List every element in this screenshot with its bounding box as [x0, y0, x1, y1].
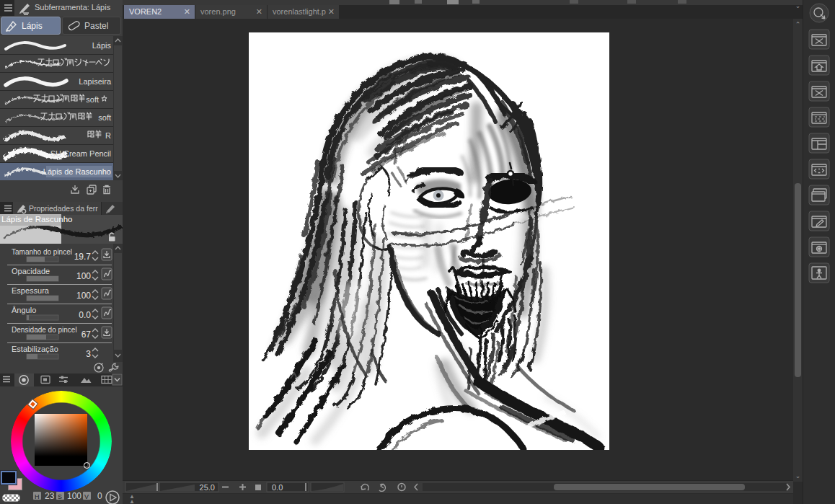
svg-text:19.7: 19.7	[74, 252, 92, 262]
svg-text:Densidade do pincel: Densidade do pincel	[12, 326, 77, 334]
svg-text:100: 100	[67, 491, 81, 501]
svg-text:23: 23	[45, 491, 55, 501]
svg-text:S: S	[58, 493, 62, 500]
svg-text:25.0: 25.0	[200, 483, 215, 492]
svg-text:3: 3	[86, 349, 91, 359]
svg-text:100: 100	[76, 271, 91, 281]
svg-text:Ângulo: Ângulo	[12, 306, 36, 314]
svg-text:Opacidade: Opacidade	[12, 267, 50, 275]
svg-text:0: 0	[97, 491, 102, 501]
svg-text:Estabilização: Estabilização	[12, 345, 58, 353]
svg-text:Lápis: Lápis	[92, 41, 112, 50]
svg-text:0.0: 0.0	[79, 310, 91, 320]
svg-text:Tamanho do pincel: Tamanho do pincel	[12, 248, 72, 256]
svg-text:H: H	[35, 493, 40, 500]
svg-text:soft: soft	[86, 95, 99, 104]
svg-text:Lapiseira: Lapiseira	[79, 77, 112, 86]
svg-text:V: V	[84, 493, 89, 500]
svg-text:100: 100	[76, 291, 91, 301]
svg-text:Lápis de Rascunho: Lápis de Rascunho	[43, 167, 111, 176]
svg-text:SU Cream Pencil: SU Cream Pencil	[50, 149, 111, 158]
svg-text:R: R	[105, 131, 111, 140]
svg-text:soft: soft	[98, 113, 111, 122]
svg-text:0.0: 0.0	[272, 483, 283, 492]
svg-text:Espessura: Espessura	[12, 286, 50, 295]
svg-text:67: 67	[81, 330, 92, 340]
